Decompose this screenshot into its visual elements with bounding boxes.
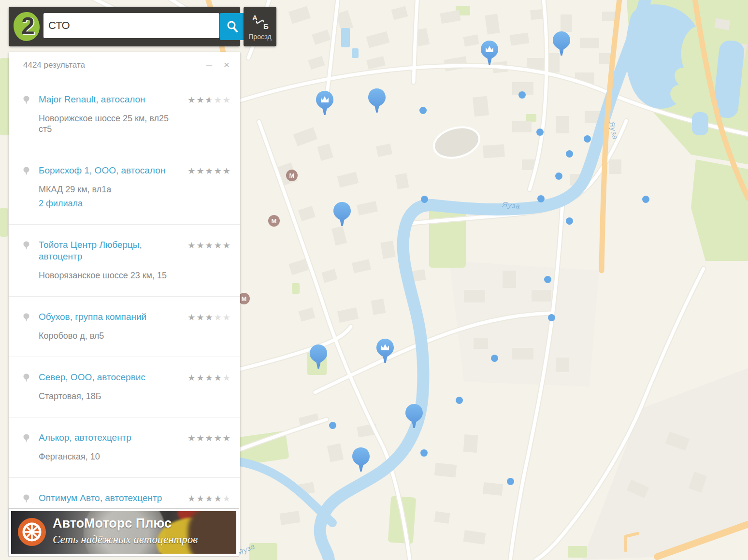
route-button[interactable]: А Б Проезд bbox=[244, 7, 276, 46]
star-filled-icon: ★ bbox=[205, 373, 214, 383]
result-pin-icon bbox=[23, 373, 29, 382]
ad-title: АвтоМоторс Плюс bbox=[53, 516, 172, 531]
star-filled-icon: ★ bbox=[187, 433, 196, 444]
star-empty-icon: ★ bbox=[223, 312, 231, 323]
route-button-label: Проезд bbox=[248, 33, 271, 41]
result-title-link[interactable]: Алькор, автотехцентр bbox=[39, 432, 131, 444]
result-pin-icon bbox=[23, 494, 29, 503]
result-item[interactable]: Тойота Центр Люберцы, автоцентр★★★★★Ново… bbox=[9, 225, 240, 297]
result-address: Новорижское шоссе 25 км, вл25 ст5 bbox=[39, 113, 182, 134]
results-panel: 4424 результата – × Major Renault, автос… bbox=[9, 52, 240, 552]
search-icon bbox=[226, 20, 239, 33]
metro-station-icon[interactable]: М bbox=[286, 170, 298, 181]
metro-station-icon[interactable]: М bbox=[268, 215, 280, 227]
star-empty-icon: ★ bbox=[214, 95, 223, 105]
2gis-logo-icon[interactable]: 2 bbox=[14, 11, 42, 42]
result-pin-icon bbox=[23, 313, 29, 322]
results-list: Major Renault, автосалон★★★★★★Новорижско… bbox=[9, 79, 240, 552]
map-dot-marker[interactable] bbox=[536, 129, 544, 136]
rating-stars: ★★★★★ bbox=[187, 373, 231, 383]
ad-photo: АвтоМоторс Плюс Сеть надёжных автоцентро… bbox=[11, 511, 236, 554]
logo-digit: 2 bbox=[21, 12, 35, 40]
result-title-link[interactable]: Север, ООО, автосервис bbox=[39, 372, 145, 383]
route-ab-icon: А Б bbox=[250, 13, 270, 31]
map-dot-marker[interactable] bbox=[419, 107, 427, 114]
star-filled-icon: ★ bbox=[187, 493, 196, 504]
star-filled-icon: ★ bbox=[196, 312, 205, 323]
star-filled-icon: ★ bbox=[196, 373, 205, 383]
result-address: МКАД 29 км, вл1а bbox=[39, 184, 182, 195]
star-filled-icon: ★ bbox=[196, 240, 205, 251]
close-button[interactable]: × bbox=[224, 59, 230, 71]
ad-shadow-image bbox=[188, 511, 236, 554]
map-dot-marker[interactable] bbox=[584, 135, 591, 143]
map-dot-marker[interactable] bbox=[566, 217, 573, 225]
result-title-link[interactable]: Major Renault, автосалон bbox=[39, 94, 145, 105]
minimize-button[interactable]: – bbox=[206, 59, 212, 72]
star-filled-icon: ★ bbox=[196, 433, 205, 444]
map-dot-marker[interactable] bbox=[507, 478, 514, 485]
result-title-link[interactable]: Тойота Центр Люберцы, автоцентр bbox=[39, 239, 182, 262]
ad-banner[interactable]: АвтоМоторс Плюс Сеть надёжных автоцентро… bbox=[9, 509, 239, 556]
rating-stars: ★★★★★ bbox=[187, 240, 231, 251]
map-dot-marker[interactable] bbox=[518, 91, 526, 99]
star-filled-icon: ★ bbox=[205, 240, 214, 251]
map-dot-marker[interactable] bbox=[329, 422, 336, 429]
star-filled-icon: ★ bbox=[214, 240, 223, 251]
search-button[interactable] bbox=[220, 13, 245, 40]
star-filled-icon: ★ bbox=[214, 373, 223, 383]
star-filled-icon: ★ bbox=[223, 166, 231, 176]
result-item[interactable]: Обухов, группа компаний★★★★★Коробово д, … bbox=[9, 297, 240, 357]
star-filled-icon: ★ bbox=[205, 493, 214, 504]
map-dot-marker[interactable] bbox=[548, 314, 555, 321]
map-dot-marker[interactable] bbox=[421, 196, 428, 203]
ad-wheel-logo-icon bbox=[18, 518, 46, 546]
map-dot-marker[interactable] bbox=[544, 276, 551, 283]
star-half-icon: ★ bbox=[205, 95, 210, 105]
app-root: МММЯузаЯузаЯуза 2 А Б Проезд 4424 резуль… bbox=[0, 0, 748, 560]
results-count: 4424 результата bbox=[23, 60, 85, 70]
search-input[interactable] bbox=[43, 13, 219, 38]
result-address: Стартовая, 18Б bbox=[39, 391, 182, 402]
result-pin-icon bbox=[23, 241, 29, 250]
river-name-label: Яуза bbox=[608, 121, 619, 141]
result-address: Коробово д, вл5 bbox=[39, 330, 182, 341]
result-pin-icon bbox=[23, 434, 29, 443]
result-item[interactable]: Major Renault, автосалон★★★★★★Новорижско… bbox=[9, 79, 240, 150]
star-filled-icon: ★★ bbox=[205, 95, 214, 105]
star-filled-icon: ★ bbox=[187, 312, 196, 323]
star-filled-icon: ★ bbox=[205, 166, 214, 176]
rating-stars: ★★★★★ bbox=[187, 433, 231, 444]
result-title-link[interactable]: Обухов, группа компаний bbox=[39, 311, 146, 323]
star-empty-icon: ★ bbox=[214, 312, 223, 323]
map-dot-marker[interactable] bbox=[555, 172, 562, 180]
result-item[interactable]: Север, ООО, автосервис★★★★★Стартовая, 18… bbox=[9, 357, 240, 417]
map-dot-marker[interactable] bbox=[566, 150, 573, 158]
star-filled-icon: ★ bbox=[223, 433, 231, 444]
result-address: Новорязанское шоссе 23 км, 15 bbox=[39, 270, 182, 281]
star-filled-icon: ★ bbox=[196, 166, 205, 176]
map-dot-marker[interactable] bbox=[537, 195, 545, 202]
result-pin-icon bbox=[23, 96, 29, 104]
star-empty-icon: ★ bbox=[223, 95, 231, 105]
star-filled-icon: ★ bbox=[196, 95, 205, 105]
map-dot-marker[interactable] bbox=[420, 449, 428, 457]
result-branches-link[interactable]: 2 филиала bbox=[39, 199, 83, 209]
star-filled-icon: ★ bbox=[205, 312, 214, 323]
river-name-label: Яуза bbox=[502, 200, 520, 210]
map-dot-marker[interactable] bbox=[642, 196, 649, 203]
result-title-link[interactable]: Оптимум Авто, автотехцентр bbox=[39, 492, 162, 504]
star-filled-icon: ★ bbox=[214, 493, 223, 504]
star-filled-icon: ★ bbox=[214, 166, 223, 176]
star-filled-icon: ★ bbox=[187, 240, 196, 251]
star-filled-icon: ★ bbox=[187, 373, 196, 383]
star-empty-icon: ★ bbox=[223, 373, 231, 383]
ad-subtitle: Сеть надёжных автоцентров bbox=[53, 533, 198, 546]
result-item[interactable]: Алькор, автотехцентр★★★★★Ферганская, 10 bbox=[9, 417, 240, 478]
map-dot-marker[interactable] bbox=[456, 397, 463, 404]
result-title-link[interactable]: Борисхоф 1, ООО, автосалон bbox=[39, 165, 165, 176]
map-dot-marker[interactable] bbox=[491, 355, 498, 362]
rating-stars: ★★★★★ bbox=[187, 166, 231, 176]
result-address: Ферганская, 10 bbox=[39, 451, 182, 462]
result-item[interactable]: Борисхоф 1, ООО, автосалон★★★★★МКАД 29 к… bbox=[9, 150, 240, 225]
